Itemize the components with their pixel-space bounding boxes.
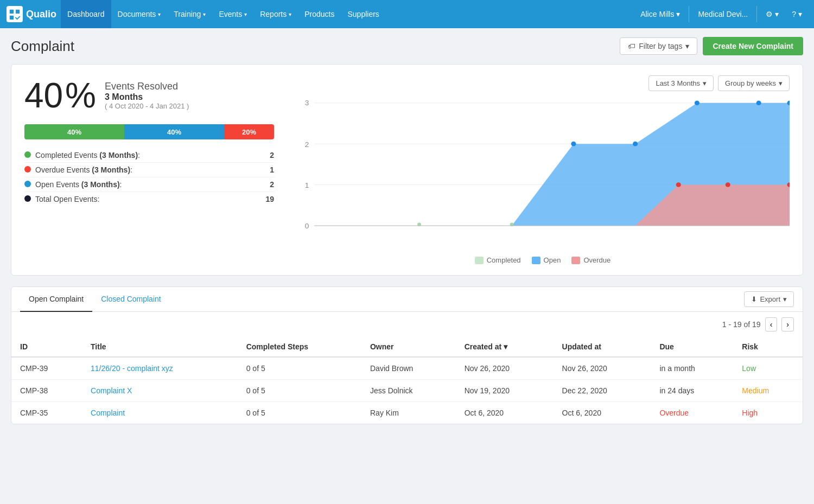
progress-overdue: 20% xyxy=(224,124,274,139)
overdue-dot xyxy=(676,182,681,187)
area-chart: 3 2 1 0 xyxy=(296,97,790,249)
cell-steps: 0 of 5 xyxy=(238,357,361,380)
stats-right: Last 3 Months ▾ Group by weeks ▾ 3 2 1 0 xyxy=(296,75,790,264)
open-dot xyxy=(24,181,31,187)
chevron-down-icon: ▾ xyxy=(244,11,247,17)
completed-count: 2 xyxy=(257,148,274,163)
brand-logo[interactable]: Qualio xyxy=(7,6,56,22)
cell-created: Nov 19, 2020 xyxy=(456,380,554,402)
svg-rect-1 xyxy=(16,10,20,14)
user-menu[interactable]: Alice Mills ▾ xyxy=(635,0,685,28)
chart-area: 3 2 1 0 xyxy=(296,97,790,264)
cell-owner: David Brown xyxy=(361,357,456,380)
col-updated-at: Updated at xyxy=(554,337,651,357)
table-row: CMP-38 Complaint X 0 of 5 Jess Dolnick N… xyxy=(11,380,803,402)
cell-updated: Nov 26, 2020 xyxy=(554,357,651,380)
cell-title[interactable]: Complaint X xyxy=(82,380,238,402)
col-created-at[interactable]: Created at ▾ xyxy=(456,337,554,357)
legend-item-open: Open xyxy=(532,256,561,264)
cell-risk: Low xyxy=(733,357,803,380)
nav-products[interactable]: Products xyxy=(298,0,341,28)
cell-due: Overdue xyxy=(651,402,733,424)
nav-divider xyxy=(756,6,757,22)
table-header-row: ID Title Completed Steps Owner Created a… xyxy=(11,337,803,357)
nav-training[interactable]: Training ▾ xyxy=(167,0,212,28)
cell-created: Oct 6, 2020 xyxy=(456,402,554,424)
table-row: CMP-35 Complaint 0 of 5 Ray Kim Oct 6, 2… xyxy=(11,402,803,424)
big-percent-symbol: % xyxy=(65,76,96,115)
tab-closed-complaint[interactable]: Closed Complaint xyxy=(92,287,170,312)
percent-display: 40 % xyxy=(24,75,96,116)
completed-legend-box xyxy=(475,257,484,264)
cell-updated: Oct 6, 2020 xyxy=(554,402,651,424)
cell-due: in 24 days xyxy=(651,380,733,402)
chevron-down-icon: ▾ xyxy=(676,10,680,18)
legend-item-completed: Completed xyxy=(475,256,521,264)
open-legend-label: Open xyxy=(544,256,561,264)
export-button[interactable]: ⬇ Export ▾ xyxy=(744,291,794,307)
nav-reports[interactable]: Reports ▾ xyxy=(253,0,298,28)
create-new-complaint-button[interactable]: Create New Complaint xyxy=(703,37,803,55)
cell-risk: High xyxy=(733,402,803,424)
events-resolved-info: Events Resolved 3 Months ( 4 Oct 2020 - … xyxy=(105,75,189,110)
chevron-down-icon: ▾ xyxy=(798,10,802,18)
complaints-table: ID Title Completed Steps Owner Created a… xyxy=(11,337,803,424)
cell-risk: Medium xyxy=(733,380,803,402)
cell-owner: Jess Dolnick xyxy=(361,380,456,402)
progress-open: 40% xyxy=(124,124,224,139)
chevron-down-icon: ▾ xyxy=(783,295,787,303)
chart-controls: Last 3 Months ▾ Group by weeks ▾ xyxy=(648,75,790,91)
cell-steps: 0 of 5 xyxy=(238,380,361,402)
stats-card: 40 % Events Resolved 3 Months ( 4 Oct 20… xyxy=(11,64,803,276)
chevron-down-icon: ▾ xyxy=(703,79,707,87)
svg-text:1: 1 xyxy=(305,181,309,189)
complaints-table-section: Open Complaint Closed Complaint ⬇ Export… xyxy=(11,286,803,424)
cell-owner: Ray Kim xyxy=(361,402,456,424)
help-icon: ? xyxy=(792,10,796,18)
svg-text:3: 3 xyxy=(305,99,309,107)
nav-dashboard[interactable]: Dashboard xyxy=(61,0,111,28)
svg-text:0: 0 xyxy=(305,222,309,231)
nav-documents[interactable]: Documents ▾ xyxy=(111,0,168,28)
nav-suppliers[interactable]: Suppliers xyxy=(341,0,385,28)
time-filter-button[interactable]: Last 3 Months ▾ xyxy=(648,75,714,91)
svg-rect-0 xyxy=(10,10,14,14)
prev-page-button[interactable]: ‹ xyxy=(765,317,778,331)
open-dot xyxy=(571,142,576,146)
filter-by-tags-button[interactable]: 🏷 Filter by tags ▾ xyxy=(620,37,697,55)
events-resolved-label: Events Resolved xyxy=(105,81,189,92)
col-title: Title xyxy=(82,337,238,357)
chevron-down-icon: ▾ xyxy=(289,11,291,17)
legend-table: Completed Events (3 Months): 2 Overdue E… xyxy=(24,148,274,206)
svg-rect-2 xyxy=(10,16,14,20)
events-resolved-date: ( 4 Oct 2020 - 4 Jan 2021 ) xyxy=(105,102,189,110)
total-count: 19 xyxy=(257,192,274,207)
col-due: Due xyxy=(651,337,733,357)
overdue-dot xyxy=(726,182,730,187)
cell-title[interactable]: 11/26/20 - complaint xyz xyxy=(82,357,238,380)
open-legend-box xyxy=(532,257,540,264)
org-menu[interactable]: Medical Devi... xyxy=(692,0,753,28)
overdue-legend-box xyxy=(571,257,580,264)
pagination-info: 1 - 19 of 19 xyxy=(722,320,761,329)
chevron-down-icon: ▾ xyxy=(685,42,689,50)
cell-id: CMP-35 xyxy=(11,402,82,424)
navbar-right: Alice Mills ▾ Medical Devi... ⚙ ▾ ? ▾ xyxy=(635,0,807,28)
cell-title[interactable]: Complaint xyxy=(82,402,238,424)
help-menu[interactable]: ? ▾ xyxy=(786,0,807,28)
tab-open-complaint[interactable]: Open Complaint xyxy=(20,287,92,312)
chevron-down-icon: ▾ xyxy=(779,79,783,87)
chevron-down-icon: ▾ xyxy=(775,10,779,18)
nav-events[interactable]: Events ▾ xyxy=(212,0,253,28)
group-filter-button[interactable]: Group by weeks ▾ xyxy=(718,75,790,91)
page-title: Complaint xyxy=(11,38,74,55)
settings-menu[interactable]: ⚙ ▾ xyxy=(760,0,784,28)
pagination-row: 1 - 19 of 19 ‹ › xyxy=(11,312,803,337)
cell-id: CMP-39 xyxy=(11,357,82,380)
legend-item-overdue: Overdue xyxy=(571,256,610,264)
big-percent-number: 40 xyxy=(24,76,63,115)
tag-icon: 🏷 xyxy=(628,42,635,50)
cell-id: CMP-38 xyxy=(11,380,82,402)
overdue-count: 1 xyxy=(257,163,274,177)
next-page-button[interactable]: › xyxy=(781,317,794,331)
